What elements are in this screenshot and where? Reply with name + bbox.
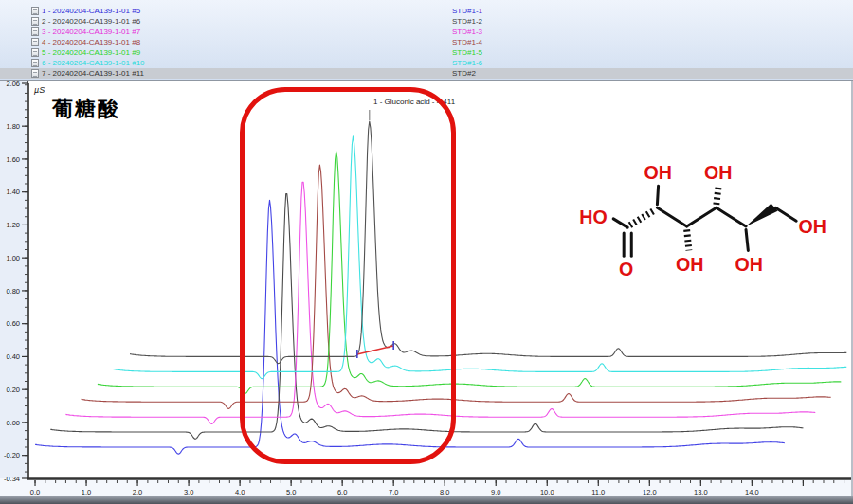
oh-label: OH (798, 216, 826, 237)
y-tick-label: 1.80 (6, 122, 20, 131)
red-highlight-oval (240, 87, 456, 464)
x-tick-label: 1.0 (82, 488, 91, 496)
oh-label: OH (676, 254, 703, 275)
y-tick-label: 1.20 (6, 221, 20, 229)
y-tick-label: 0.80 (6, 287, 20, 296)
x-tick-label: 12.0 (643, 488, 657, 496)
gluconic-acid-structure: HO O OH OH OH OH OH (572, 142, 842, 290)
x-tick-label: 10.0 (540, 488, 554, 496)
ho-label: HO (579, 207, 607, 227)
oh-label: OH (644, 162, 672, 183)
y-tick-label: 2.06 (6, 80, 20, 88)
x-tick-label: 6.0 (337, 488, 347, 496)
x-tick-label: 8.0 (440, 488, 449, 496)
solid-wedge-bond (746, 204, 778, 226)
x-tick-label: 9.0 (491, 488, 500, 496)
x-tick-label: 0.0 (30, 488, 40, 496)
y-tick-label: 0.00 (6, 419, 20, 427)
x-tick-label: 3.0 (184, 488, 193, 496)
oh-label: OH (704, 162, 732, 183)
x-tick-label: 14.0 (745, 488, 759, 496)
x-tick-label: 4.0 (235, 488, 245, 496)
y-tick-label: -0.20 (4, 451, 20, 459)
y-tick-label: 1.40 (6, 188, 20, 196)
y-tick-label: 0.40 (6, 352, 20, 361)
x-tick-label: 11.0 (591, 488, 605, 496)
window-bottom-edge (0, 496, 853, 504)
x-tick-label: 7.0 (389, 488, 398, 496)
oh-label: OH (735, 254, 762, 275)
y-tick-label: 0.20 (6, 386, 20, 394)
y-tick-label: 1.00 (6, 254, 20, 262)
x-tick-label: 5.0 (286, 488, 296, 496)
x-tick-label: 13.0 (694, 488, 708, 496)
carbonyl-o-label: O (619, 259, 633, 279)
y-tick-label: 0.60 (6, 319, 20, 328)
y-tick-label: -0.34 (4, 475, 20, 483)
y-tick-label: 1.60 (6, 155, 20, 164)
x-tick-label: 2.0 (133, 488, 142, 496)
